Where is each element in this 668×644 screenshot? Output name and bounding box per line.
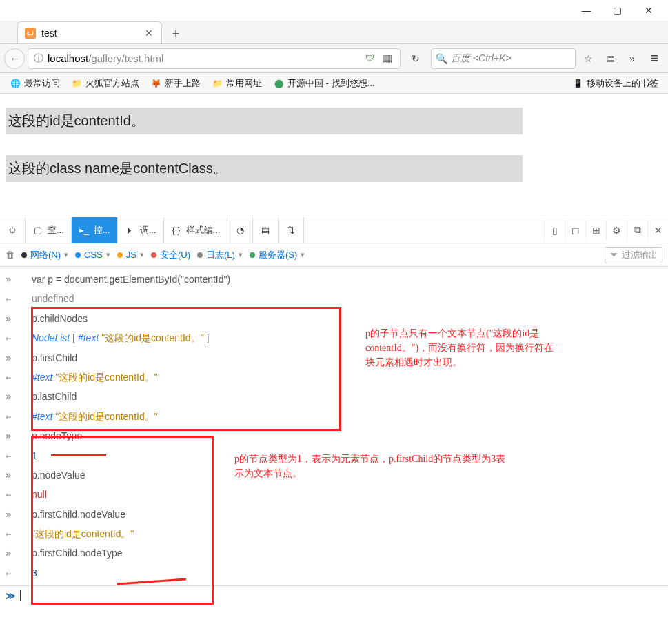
- search-icon: 🔍: [436, 53, 447, 64]
- console-result: 3: [32, 565, 37, 581]
- tab-title: test: [41, 28, 138, 39]
- inspector-icon: ▢: [32, 225, 43, 236]
- close-button[interactable]: ✕: [633, 0, 664, 21]
- input-arrow-icon: [1, 272, 32, 287]
- filter-js[interactable]: JS▾: [117, 250, 144, 260]
- console-code: p.firstChild.nodeType: [32, 545, 123, 561]
- bookmark-mobile[interactable]: 📱移动设备上的书签: [568, 76, 662, 91]
- window-controls: — ▢ ✕: [0, 0, 668, 21]
- frame-select-icon[interactable]: ◻: [565, 220, 585, 241]
- console-output: var p = document.getElementById("content…: [0, 267, 668, 585]
- responsive-icon[interactable]: ⊞: [585, 220, 606, 241]
- page-body: 这段的id是contentId。 这段的class name是contentCl…: [0, 94, 668, 217]
- clock-icon: ◔: [234, 225, 245, 236]
- output-arrow-icon: [1, 409, 32, 424]
- shield-icon[interactable]: 🛡: [363, 53, 376, 63]
- console-result: null: [32, 487, 47, 502]
- settings-icon[interactable]: ⚙: [606, 220, 627, 241]
- output-arrow-icon: [1, 448, 32, 463]
- console-code: p.nodeValue: [32, 467, 85, 483]
- input-arrow-icon: [1, 311, 32, 326]
- memory-icon: ▤: [260, 225, 271, 236]
- console-input-line[interactable]: ≫: [0, 585, 668, 605]
- browser-tab[interactable]: ᴌᴊ test ✕: [17, 21, 162, 43]
- overflow-icon[interactable]: »: [623, 48, 642, 69]
- url-bar[interactable]: ⓘ localhost/gallery/test.html 🛡 ▦: [28, 48, 401, 69]
- text-cursor: [20, 590, 21, 601]
- new-tab-button[interactable]: +: [166, 24, 185, 43]
- devtools-right-controls: ▯ ◻ ⊞ ⚙ ⧉ ✕: [544, 220, 668, 241]
- tab-close-icon[interactable]: ✕: [143, 28, 154, 39]
- bookmark-common[interactable]: 📁常用网址: [208, 76, 266, 91]
- devtools-panel: ⯐ ▢查... ▸_控... ⏵调... { }样式编... ◔ ▤ ⇅ ▯ ◻…: [0, 217, 668, 605]
- filter-network[interactable]: 网络(N)▾: [21, 249, 68, 261]
- back-button[interactable]: ←: [4, 48, 25, 69]
- bookmark-newbie[interactable]: 🦊新手上路: [146, 76, 205, 91]
- output-arrow-icon: [1, 487, 32, 502]
- filter-server[interactable]: 服务器(S)▾: [250, 249, 305, 261]
- style-tab[interactable]: { }样式编...: [164, 217, 228, 243]
- phone-icon: 📱: [572, 78, 583, 89]
- reload-button[interactable]: ↻: [403, 48, 428, 69]
- funnel-icon: ⏷: [609, 250, 618, 260]
- bookmark-star-icon[interactable]: ☆: [578, 48, 598, 69]
- output-arrow-icon: [1, 526, 32, 541]
- minimize-button[interactable]: —: [571, 0, 602, 21]
- input-arrow-icon: [1, 545, 32, 561]
- search-placeholder: 百度 <Ctrl+K>: [451, 52, 512, 65]
- filter-log[interactable]: 日志(L)▾: [197, 249, 243, 261]
- console-tab[interactable]: ▸_控...: [72, 217, 118, 243]
- console-filter-bar: 🗑 网络(N)▾ CSS▾ JS▾ 安全(U) 日志(L)▾ 服务器(S)▾ ⏷…: [0, 243, 668, 267]
- console-code: var p = document.getElementById("content…: [32, 272, 230, 287]
- element-picker-button[interactable]: ⯐: [0, 217, 26, 243]
- devtools-close-icon[interactable]: ✕: [647, 220, 668, 241]
- firefox-icon: 🦊: [150, 78, 161, 89]
- debugger-tab[interactable]: ⏵调...: [118, 217, 164, 243]
- content-id-paragraph: 这段的id是contentId。: [6, 108, 523, 134]
- url-text: localhost/gallery/test.html: [48, 52, 358, 64]
- xampp-icon: ᴌᴊ: [25, 28, 36, 39]
- performance-tab[interactable]: ◔: [227, 217, 253, 243]
- maximize-button[interactable]: ▢: [602, 0, 633, 21]
- chevron-down-icon: ▾: [64, 250, 68, 259]
- split-layout-icon[interactable]: ▯: [544, 220, 565, 241]
- chevron-down-icon: ▾: [301, 250, 305, 259]
- memory-tab[interactable]: ▤: [253, 217, 279, 243]
- console-result: undefined: [32, 291, 74, 306]
- clear-console-icon[interactable]: 🗑: [6, 250, 14, 260]
- site-info-icon[interactable]: ⓘ: [34, 52, 43, 65]
- oschina-icon: ⬤: [273, 78, 284, 89]
- filter-input[interactable]: ⏷过滤输出: [605, 247, 662, 263]
- filter-css[interactable]: CSS▾: [75, 250, 110, 260]
- filter-security[interactable]: 安全(U): [151, 249, 190, 261]
- console-result: 1: [32, 448, 37, 463]
- devtools-toolbar: ⯐ ▢查... ▸_控... ⏵调... { }样式编... ◔ ▤ ⇅ ▯ ◻…: [0, 217, 668, 243]
- tab-bar: ᴌᴊ test ✕ +: [0, 21, 668, 44]
- search-bar[interactable]: 🔍 百度 <Ctrl+K>: [431, 48, 576, 69]
- console-code: p.childNodes: [32, 311, 88, 326]
- network-tab[interactable]: ⇅: [279, 217, 304, 243]
- qr-icon[interactable]: ▦: [381, 52, 394, 65]
- input-arrow-icon: [1, 350, 32, 365]
- output-arrow-icon: [1, 565, 32, 581]
- bookmarks-toolbar: 🌐最常访问 📁火狐官方站点 🦊新手上路 📁常用网址 ⬤开源中国 - 找到您想..…: [0, 73, 668, 94]
- console-code: p.firstChild.nodeValue: [32, 507, 125, 522]
- input-arrow-icon: [1, 467, 32, 483]
- network-icon: ⇅: [285, 225, 296, 236]
- console-result: #text "这段的id是contentId。": [32, 409, 158, 424]
- console-code: p.firstChild: [32, 350, 77, 365]
- inspector-tab[interactable]: ▢查...: [26, 217, 72, 243]
- picker-icon: ⯐: [7, 225, 18, 236]
- console-code: p.nodeType: [32, 428, 82, 443]
- bookmark-firefox-site[interactable]: 📁火狐官方站点: [67, 76, 143, 91]
- dock-icon[interactable]: ⧉: [627, 220, 647, 241]
- library-icon[interactable]: ▤: [600, 48, 620, 69]
- folder-icon: 📁: [71, 78, 82, 89]
- menu-button[interactable]: ≡: [645, 48, 664, 69]
- nav-toolbar: ← ⓘ localhost/gallery/test.html 🛡 ▦ ↻ 🔍 …: [0, 44, 668, 73]
- bookmark-oschina[interactable]: ⬤开源中国 - 找到您想...: [269, 76, 378, 91]
- input-prompt-icon: ≫: [6, 590, 16, 601]
- bookmark-most-visited[interactable]: 🌐最常访问: [6, 76, 64, 91]
- chevron-down-icon: ▾: [106, 250, 110, 259]
- console-icon: ▸_: [79, 225, 90, 236]
